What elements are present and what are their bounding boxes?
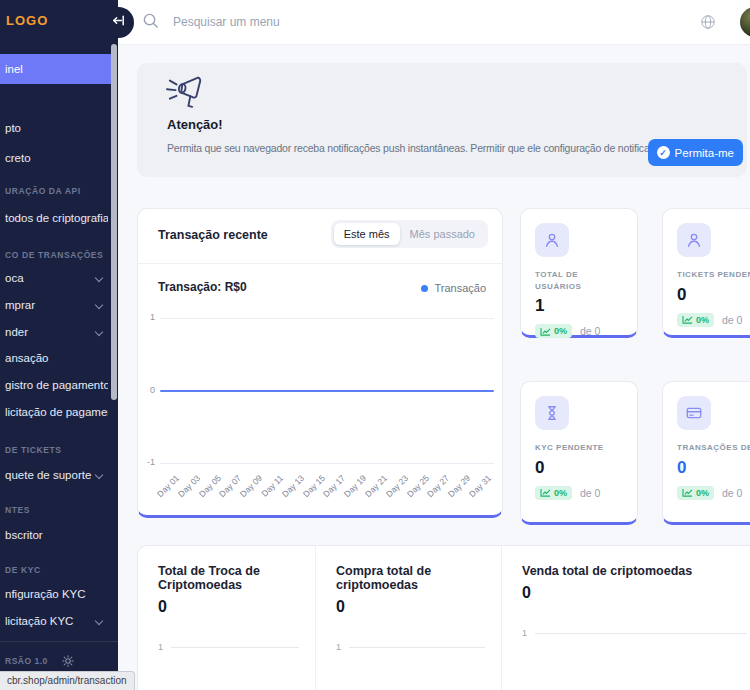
chevron-down-icon bbox=[95, 301, 103, 309]
sidebar-section-label: NTES bbox=[5, 501, 108, 519]
sidebar-item[interactable]: quete de suporte bbox=[5, 466, 108, 484]
sidebar-scrollbar[interactable] bbox=[111, 44, 117, 400]
mini-chart: 1 bbox=[336, 642, 485, 652]
total-value: 0 bbox=[336, 598, 485, 616]
sidebar-item[interactable]: pto bbox=[5, 119, 108, 137]
y-axis-tick: 1 bbox=[522, 628, 527, 638]
search-icon bbox=[142, 12, 159, 33]
sidebar-section-label: DE TICKETS bbox=[5, 441, 108, 459]
sidebar-item[interactable]: gistro de pagamentos bbox=[5, 376, 108, 394]
trend-chart-icon bbox=[540, 488, 551, 497]
stat-label: KYC PENDENTE bbox=[535, 442, 623, 454]
hourglass-icon bbox=[535, 396, 569, 430]
total-sell-column: Venda total de criptomoedas 0 1 bbox=[502, 546, 750, 690]
gridline bbox=[535, 633, 747, 634]
sidebar: LOGO inelptocretoURAÇÃO DA APItodos de c… bbox=[0, 0, 118, 690]
gridline bbox=[160, 463, 494, 464]
allow-notifications-button[interactable]: ✓ Permita-me bbox=[648, 139, 743, 166]
sidebar-item[interactable]: oca bbox=[5, 269, 108, 287]
transaction-line-series bbox=[160, 390, 494, 392]
stat-label: TRANSAÇÕES DESTE MÊS bbox=[677, 442, 750, 454]
sidebar-section-label: CO DE TRANSAÇÕES bbox=[5, 246, 108, 264]
tab-last-month[interactable]: Mês passado bbox=[400, 223, 485, 245]
sidebar-item[interactable]: ansação bbox=[5, 349, 108, 367]
sidebar-item[interactable]: todos de criptografia bbox=[5, 209, 108, 227]
sidebar-item[interactable]: licitação KYC bbox=[5, 612, 108, 630]
user-avatar[interactable] bbox=[740, 7, 750, 37]
stat-label: TOTAL DE USUÁRIOS bbox=[535, 269, 623, 292]
status-bar-url: cbr.shop/admin/transaction bbox=[0, 671, 135, 690]
stat-card-month-transactions: TRANSAÇÕES DESTE MÊS 0 0% de 0 bbox=[662, 381, 750, 525]
sidebar-section-label: URAÇÃO DA API bbox=[5, 182, 108, 200]
chart-summary: Transação: R$0 bbox=[158, 280, 247, 294]
notification-banner: Atenção! Permita que seu navegador receb… bbox=[137, 63, 747, 177]
logo: LOGO bbox=[6, 13, 48, 28]
stat-sub: de 0 bbox=[580, 325, 600, 337]
total-title: Total de Troca de Criptomoedas bbox=[158, 564, 299, 592]
sidebar-item[interactable]: bscritor bbox=[5, 526, 108, 544]
y-axis-tick: 1 bbox=[336, 642, 341, 652]
chevron-down-icon bbox=[95, 274, 103, 282]
search-input[interactable] bbox=[171, 14, 455, 30]
theme-toggle-sun-icon[interactable] bbox=[62, 655, 74, 672]
stat-card-pending-kyc: KYC PENDENTE 0 0% de 0 bbox=[520, 381, 638, 525]
stat-sub: de 0 bbox=[580, 487, 600, 499]
sidebar-item[interactable]: nfiguração KYC bbox=[5, 585, 108, 603]
stat-label: TICKETS PENDENTES bbox=[677, 269, 750, 281]
chevron-down-icon bbox=[95, 328, 103, 336]
sidebar-item[interactable]: mprar bbox=[5, 296, 108, 314]
trend-badge: 0% bbox=[677, 313, 714, 327]
gridline bbox=[349, 647, 485, 648]
legend-label: Transação bbox=[434, 282, 486, 294]
total-swap-column: Total de Troca de Criptomoedas 0 1 bbox=[138, 546, 316, 690]
chevron-down-icon bbox=[95, 617, 103, 625]
total-title: Venda total de criptomoedas bbox=[522, 564, 747, 578]
sidebar-item[interactable]: inel bbox=[0, 54, 111, 84]
sidebar-item[interactable]: creto bbox=[5, 149, 108, 167]
stat-card-pending-tickets: TICKETS PENDENTES 0 0% de 0 bbox=[662, 208, 750, 338]
gridline bbox=[160, 318, 494, 319]
total-value: 0 bbox=[522, 584, 747, 602]
y-axis-tick: 1 bbox=[138, 312, 155, 322]
stat-sub: de 0 bbox=[722, 487, 742, 499]
sidebar-item[interactable]: nder bbox=[5, 323, 108, 341]
tab-this-month[interactable]: Este mês bbox=[334, 223, 400, 245]
trend-badge: 0% bbox=[535, 486, 572, 500]
stat-value: 0 bbox=[677, 285, 750, 305]
sidebar-collapse-button[interactable] bbox=[103, 7, 134, 38]
trend-chart-icon bbox=[682, 488, 693, 497]
mini-chart: 1 bbox=[158, 642, 299, 652]
admin-dashboard: { "colors":{ "sidebar_bg":"#1a2140","acc… bbox=[0, 0, 750, 690]
stat-value: 1 bbox=[535, 296, 623, 316]
stat-value: 0 bbox=[677, 458, 750, 478]
crypto-totals-card: Total de Troca de Criptomoedas 0 1 Compr… bbox=[137, 545, 750, 690]
language-globe-icon[interactable] bbox=[700, 14, 716, 34]
banner-title: Atenção! bbox=[167, 117, 223, 132]
sidebar-item[interactable]: licitação de pagamento bbox=[5, 403, 108, 421]
banner-message: Permita que seu navegador receba notific… bbox=[167, 142, 669, 154]
legend-dot-icon bbox=[421, 285, 428, 292]
version-label: RSÃO 1.0 bbox=[5, 653, 74, 669]
sidebar-section-label: DE KYC bbox=[5, 561, 108, 579]
stat-value: 0 bbox=[535, 458, 623, 478]
stat-card-total-users: TOTAL DE USUÁRIOS 1 0% de 0 bbox=[520, 208, 638, 338]
y-axis-tick: 0 bbox=[138, 385, 155, 395]
recent-transactions-card: Transação recente Este mês Mês passado T… bbox=[137, 208, 503, 518]
total-title: Compra total de criptomoedas bbox=[336, 564, 485, 592]
trend-badge: 0% bbox=[677, 486, 714, 500]
trend-badge: 0% bbox=[535, 324, 572, 338]
chart-title: Transação recente bbox=[158, 228, 268, 242]
chart-legend: Transação bbox=[421, 282, 486, 294]
mini-chart: 1 bbox=[522, 628, 747, 638]
y-axis-tick: -1 bbox=[138, 457, 155, 467]
topbar bbox=[118, 0, 750, 45]
credit-card-icon bbox=[677, 396, 711, 430]
trend-chart-icon bbox=[540, 327, 551, 336]
chevron-down-icon bbox=[95, 471, 103, 479]
user-icon bbox=[535, 223, 569, 257]
total-buy-column: Compra total de criptomoedas 0 1 bbox=[316, 546, 502, 690]
sidebar-divider bbox=[0, 641, 118, 642]
y-axis-tick: 1 bbox=[158, 642, 163, 652]
check-circle-icon: ✓ bbox=[657, 146, 670, 159]
stat-sub: de 0 bbox=[722, 314, 742, 326]
